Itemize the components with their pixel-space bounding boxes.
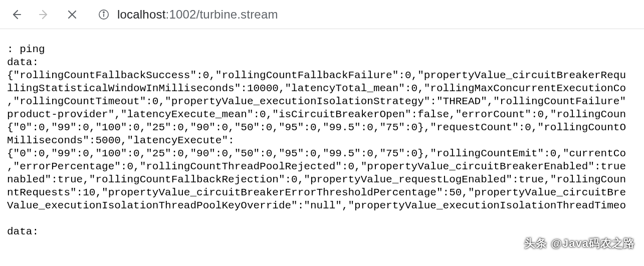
- stream-line: product-provider","latencyExecute_mean":…: [7, 109, 626, 120]
- stream-line: llingStatisticalWindowInMilliseconds":10…: [7, 83, 626, 94]
- stream-line: data:: [7, 226, 39, 237]
- back-button[interactable]: [9, 8, 23, 22]
- forward-button[interactable]: [37, 8, 51, 22]
- url-port: :1002: [166, 8, 196, 21]
- watermark-text: 头条 @Java码农之路: [524, 236, 635, 251]
- stream-line: {"0":0,"99":0,"100":0,"25":0,"90":0,"50"…: [7, 148, 626, 159]
- stream-content: : ping data: {"rollingCountFallbackSucce…: [0, 29, 644, 238]
- url-path: /turbine.stream: [196, 8, 278, 21]
- stream-line: nabled":true,"rollingCountFallbackReject…: [7, 174, 626, 185]
- stream-line: ntRequests":10,"propertyValue_circuitBre…: [7, 187, 626, 198]
- browser-toolbar: localhost:1002/turbine.stream: [0, 0, 644, 29]
- stream-line: data:: [7, 57, 39, 68]
- site-info-icon[interactable]: [98, 9, 109, 20]
- stream-line: {"rollingCountFallbackSuccess":0,"rollin…: [7, 70, 626, 81]
- stream-line: ,"errorPercentage":0,"rollingCountThread…: [7, 161, 626, 172]
- svg-point-6: [103, 12, 104, 13]
- stream-line: ,"rollingCountTimeout":0,"propertyValue_…: [7, 96, 626, 107]
- url-host: localhost: [117, 8, 166, 21]
- stream-line: {"0":0,"99":0,"100":0,"25":0,"90":0,"50"…: [7, 122, 626, 133]
- stream-line: : ping: [7, 44, 45, 55]
- stream-line: Value_executionIsolationThreadPoolKeyOve…: [7, 200, 626, 211]
- stop-button[interactable]: [65, 8, 79, 22]
- stream-line: Milliseconds":5000,"latencyExecute":: [7, 135, 235, 146]
- url-text: localhost:1002/turbine.stream: [117, 8, 278, 22]
- address-bar[interactable]: localhost:1002/turbine.stream: [98, 8, 278, 22]
